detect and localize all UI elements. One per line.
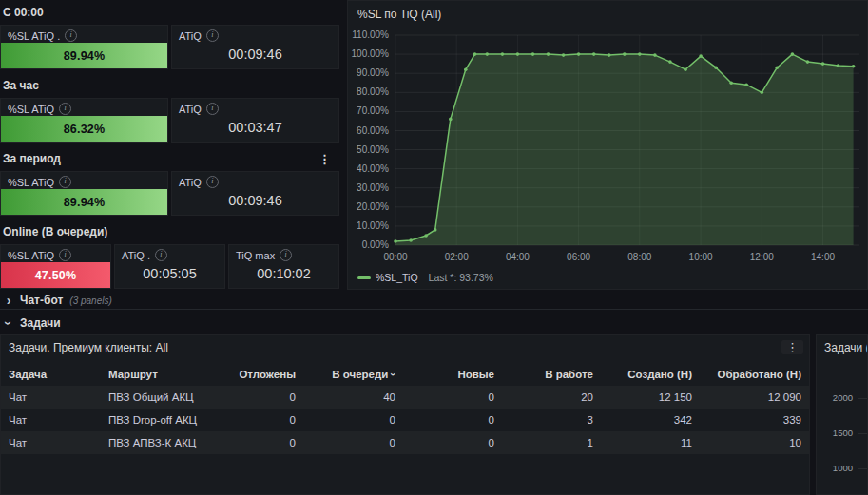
panel-title[interactable]: %SL ATiQ . i — [1, 26, 167, 42]
table-row: ЧатПВЗ Общий АКЦ04002012 15012 090 — [1, 386, 809, 409]
panel-title[interactable]: %SL ATiQ i — [1, 245, 110, 261]
stat-panel-atiq: ATiQ i 00:09:46 — [171, 171, 339, 216]
svg-text:100.00%: 100.00% — [352, 48, 390, 59]
panel-title[interactable]: %SL по TiQ (All) — [348, 1, 867, 21]
info-icon[interactable]: i — [206, 29, 219, 42]
stat-value: 89.94% — [64, 196, 106, 209]
svg-text:14:00: 14:00 — [811, 252, 835, 262]
column-header[interactable]: Задача — [1, 362, 101, 386]
panel-title[interactable]: Задачи. Премиум клиенты: All — [1, 335, 809, 354]
panel-title[interactable]: ATiQ i — [172, 172, 338, 188]
stat-panel-sl-atiq: %SL ATiQ i 86.32% — [0, 98, 168, 143]
row-title: Задачи — [20, 316, 61, 330]
column-header-label: В очереди — [332, 369, 388, 380]
stat-panel-tiq-max: TiQ max i 00:10:02 — [228, 244, 339, 289]
dashboard-row-tasks[interactable]: › Задачи — [0, 314, 868, 332]
column-header-label: Создано (Н) — [627, 369, 692, 380]
column-header-label: Маршрут — [108, 369, 158, 380]
table-cell: 0 — [403, 431, 502, 454]
info-icon[interactable]: i — [65, 29, 77, 42]
panel-menu-icon[interactable]: ⋮ — [781, 340, 803, 354]
y-axis-label: 1000 — [817, 463, 853, 473]
panel-title-text: ATiQ . — [122, 250, 150, 261]
table-cell: 11 — [601, 431, 700, 454]
svg-text:20.00%: 20.00% — [357, 201, 389, 212]
panel-title[interactable]: ATiQ i — [172, 99, 338, 115]
column-header[interactable]: Отложены — [201, 362, 303, 386]
stat-value: 47.50% — [35, 269, 77, 282]
panel-tasks-chart: Задачи ( 200015001000 — [816, 334, 868, 495]
stat-value: 89.94% — [64, 49, 106, 63]
table-cell: 0 — [403, 409, 502, 431]
dashboard-row-chatbot[interactable]: › Чат-бот (3 panels) — [0, 292, 868, 310]
panel-title[interactable]: %SL ATiQ i — [1, 172, 167, 188]
y-axis-label: 2000 — [817, 392, 853, 403]
column-header[interactable]: Новые — [403, 362, 502, 386]
table-cell: 10 — [700, 431, 809, 454]
column-header[interactable]: Создано (Н) — [601, 362, 700, 386]
table-cell: 0 — [201, 409, 303, 431]
info-icon[interactable]: i — [206, 176, 219, 188]
table-cell: 0 — [403, 386, 502, 409]
svg-text:00:00: 00:00 — [383, 252, 407, 262]
table-cell: 0 — [201, 386, 303, 409]
table-cell: 342 — [601, 409, 700, 431]
panel-title-text: %SL ATiQ . — [8, 30, 60, 42]
panel-row: %SL ATiQ . i 89.94% ATiQ i 00:09:46 — [0, 25, 339, 69]
table-cell: 0 — [303, 409, 403, 431]
row-title: Online (В очереди) — [3, 225, 107, 238]
table-body: ЧатПВЗ Общий АКЦ04002012 15012 090ЧатПВЗ… — [1, 386, 809, 454]
grafana-dashboard: С 00:00 %SL ATiQ . i 89.94% ATiQ i 00:09… — [0, 0, 868, 495]
stat-panel-sl-atiq: %SL ATiQ . i 89.94% — [0, 25, 168, 69]
svg-text:60.00%: 60.00% — [357, 125, 389, 136]
column-header[interactable]: Обработано (Н) — [700, 362, 809, 386]
bar-gauge: 89.94% — [1, 189, 167, 215]
stat-value: 00:09:46 — [172, 193, 338, 208]
bar-gauge: 89.94% — [1, 43, 167, 68]
row-menu-icon[interactable]: ⋮ — [315, 151, 335, 167]
column-header[interactable]: В очереди› — [303, 362, 403, 386]
info-icon[interactable]: i — [280, 249, 292, 261]
table-cell: ПВЗ Общий АКЦ — [101, 386, 201, 409]
row-title: С 00:00 — [3, 6, 44, 19]
row-header-online-queue[interactable]: Online (В очереди) — [0, 219, 339, 244]
stat-panel-sl-atiq-online: %SL ATiQ i 47.50% — [0, 244, 111, 289]
row-header-period[interactable]: За период ⋮ — [0, 146, 339, 171]
column-header-label: В работе — [545, 369, 593, 380]
chevron-down-icon: › — [2, 318, 15, 328]
svg-text:04:00: 04:00 — [506, 252, 530, 262]
column-header[interactable]: Маршрут — [101, 362, 201, 386]
table-cell: 12 090 — [700, 386, 809, 409]
panel-title[interactable]: %SL ATiQ i — [1, 99, 167, 115]
panel-title-text: ATiQ — [179, 177, 202, 188]
table-header-row: ЗадачаМаршрутОтложеныВ очереди›НовыеВ ра… — [1, 362, 809, 386]
table-row: ЧатПВЗ АПВЗ-К АКЦ00011110 — [1, 431, 809, 454]
panel-title[interactable]: ATiQ i — [172, 26, 338, 42]
info-icon[interactable]: i — [59, 249, 71, 261]
info-icon[interactable]: i — [206, 103, 219, 115]
panel-row: %SL ATiQ i 89.94% ATiQ i 00:09:46 — [0, 171, 339, 216]
info-icon[interactable]: i — [59, 103, 71, 115]
legend-series-name[interactable]: %SL_TiQ — [376, 272, 418, 283]
stat-panel-atiq: ATiQ i 00:09:46 — [171, 25, 339, 69]
table-cell: 0 — [303, 431, 403, 454]
mini-axis: 200015001000 — [817, 335, 867, 494]
bar-gauge: 47.50% — [1, 262, 110, 288]
panel-title[interactable]: TiQ max i — [229, 245, 338, 261]
info-icon[interactable]: i — [59, 176, 71, 188]
chevron-right-icon: › — [4, 294, 13, 307]
info-icon[interactable]: i — [155, 249, 167, 261]
svg-text:0.00%: 0.00% — [362, 239, 389, 250]
panel-title[interactable]: ATiQ . i — [115, 245, 224, 261]
panel-title-text: %SL ATiQ — [8, 104, 54, 115]
svg-text:80.00%: 80.00% — [357, 86, 389, 97]
chart-legend: %SL_TiQ Last *: 93.73% — [357, 272, 493, 283]
stat-value: 86.32% — [64, 123, 106, 136]
row-header-since-0000[interactable]: С 00:00 — [0, 0, 339, 25]
column-header[interactable]: В работе — [502, 362, 601, 386]
row-header-last-hour[interactable]: За час — [0, 73, 339, 98]
stats-column: С 00:00 %SL ATiQ . i 89.94% ATiQ i 00:09… — [0, 0, 339, 293]
timeseries-svg[interactable]: 00:0002:0004:0006:0008:0010:0012:0014:00… — [348, 26, 868, 266]
svg-text:12:00: 12:00 — [750, 252, 774, 262]
svg-text:10.00%: 10.00% — [357, 220, 389, 231]
